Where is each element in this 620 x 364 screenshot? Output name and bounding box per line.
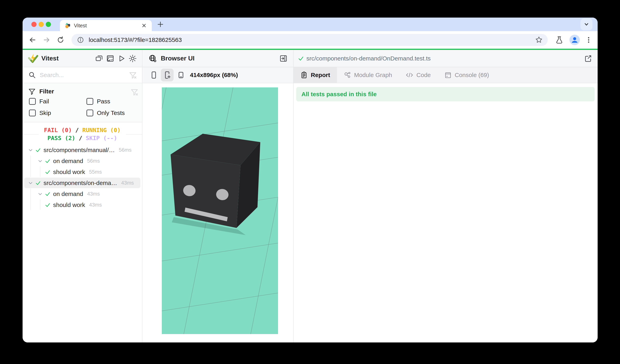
test-summary: FAIL (0) / RUNNING (0) PASS (2) / SKIP (…	[23, 126, 142, 142]
fail-count: FAIL (0)	[44, 127, 72, 133]
info-icon[interactable]	[77, 36, 84, 44]
globe-icon	[148, 54, 157, 63]
vitest-ui: Vitest	[23, 50, 598, 342]
tab-console[interactable]: Console (69)	[438, 67, 496, 83]
filter-header: Filter	[28, 87, 54, 95]
running-count: RUNNING (0)	[82, 127, 121, 133]
tab-module-graph[interactable]: Module Graph	[337, 67, 399, 83]
device-tablet-icon[interactable]	[177, 71, 185, 79]
browser-tab-strip: Vitest	[23, 17, 598, 31]
file-path: src/components/on-demand/OnDemand.test.t…	[306, 55, 431, 62]
filter-option-fail[interactable]: Fail	[29, 98, 49, 105]
tree-item-file-selected[interactable]: src/components/on-dema… 43ms	[23, 177, 142, 188]
vitest-progress-bar	[23, 49, 598, 50]
traffic-light-close[interactable]	[31, 22, 37, 27]
back-button[interactable]	[28, 36, 37, 44]
browser-tab[interactable]: Vitest	[60, 20, 152, 31]
banner-text: All tests passed in this file	[301, 91, 377, 98]
tree-item-file[interactable]: src/components/manual/… 56ms	[23, 145, 142, 156]
tree-item-suite[interactable]: on demand 56ms	[23, 156, 142, 166]
chevron-down-icon	[28, 147, 33, 153]
check-icon	[45, 169, 50, 175]
tab-close-icon[interactable]	[141, 22, 147, 29]
run-all-icon[interactable]	[117, 54, 126, 63]
external-link-icon[interactable]	[584, 55, 592, 62]
filter-option-skip[interactable]: Skip	[29, 110, 51, 116]
search-icon	[28, 71, 36, 79]
filter-title: Filter	[39, 88, 54, 95]
experiments-flask-icon[interactable]	[555, 36, 564, 44]
device-mobile-plus-selected[interactable]	[161, 69, 174, 81]
test-viewport-canvas[interactable]	[162, 87, 278, 334]
clear-filters-icon[interactable]	[130, 88, 139, 96]
summary-line-2: PASS (2) / SKIP (--)	[44, 134, 121, 142]
profile-avatar[interactable]	[570, 35, 580, 45]
module-graph-icon	[344, 72, 351, 79]
chevron-down-icon	[38, 191, 43, 197]
check-icon	[45, 202, 50, 208]
url-bar[interactable]: localhost:5173/#/?file=1828625563	[72, 34, 548, 46]
device-mobile-icon[interactable]	[150, 71, 158, 79]
search-input[interactable]	[40, 72, 116, 78]
new-tab-button[interactable]	[155, 19, 166, 29]
report-clipboard-icon	[300, 72, 308, 79]
bookmark-star-icon[interactable]	[535, 36, 543, 44]
sidebar: Vitest	[23, 50, 142, 342]
chevron-down-icon	[38, 159, 43, 164]
browser-window: Vitest	[23, 17, 598, 342]
check-icon	[298, 55, 304, 62]
filter-option-only-tests[interactable]: Only Tests	[87, 110, 125, 116]
summary-line-1: FAIL (0) / RUNNING (0)	[44, 126, 121, 134]
pass-count: PASS (2)	[47, 135, 75, 142]
browser-menu-icon[interactable]	[584, 36, 593, 44]
traffic-light-minimize[interactable]	[39, 22, 44, 27]
dashboard-icon[interactable]	[106, 54, 114, 63]
checkbox-only-tests[interactable]	[87, 110, 93, 116]
check-icon	[45, 158, 50, 164]
browser-toolbar: localhost:5173/#/?file=1828625563	[23, 31, 598, 49]
file-header: src/components/on-demand/OnDemand.test.t…	[294, 50, 598, 67]
checkbox-pass[interactable]	[87, 98, 93, 105]
tab-title: Vitest	[74, 23, 141, 29]
chevron-down-icon	[583, 21, 589, 27]
traffic-light-zoom[interactable]	[46, 22, 51, 27]
clear-search-filter-icon[interactable]	[129, 71, 137, 79]
report-panel: src/components/on-demand/OnDemand.test.t…	[294, 50, 598, 342]
checkbox-fail[interactable]	[29, 98, 36, 105]
theme-sun-icon[interactable]	[128, 54, 137, 63]
sidebar-header: Vitest	[23, 50, 142, 67]
viewport-size-label: 414x896px (68%)	[190, 72, 238, 78]
browser-ui-panel: Browser UI	[142, 50, 294, 342]
filter-section: Filter Fail Pass Skip	[23, 83, 142, 122]
tree-item-test[interactable]: should work 55ms	[23, 166, 142, 177]
forward-button[interactable]	[42, 36, 51, 44]
dock-panel-right-icon[interactable]	[279, 54, 288, 63]
reload-button[interactable]	[56, 36, 65, 44]
vitest-logo	[27, 53, 39, 64]
tree-item-suite[interactable]: on demand 43ms	[23, 188, 142, 199]
console-icon	[444, 72, 452, 79]
vitest-favicon	[65, 23, 71, 29]
browser-ui-header: Browser UI	[142, 50, 293, 67]
check-icon	[35, 180, 41, 186]
funnel-icon	[28, 87, 36, 95]
tab-search-chevron-button[interactable]	[580, 18, 592, 30]
app-title: Vitest	[41, 55, 59, 62]
tab-code[interactable]: Code	[399, 67, 438, 83]
checkbox-skip[interactable]	[29, 110, 36, 116]
tests-passed-banner: All tests passed in this file	[296, 87, 595, 101]
chevron-down-icon	[28, 180, 33, 186]
url-text[interactable]: localhost:5173/#/?file=1828625563	[89, 37, 182, 43]
check-icon	[35, 147, 41, 153]
report-tab-bar: Report Module Graph	[294, 67, 598, 83]
device-toolbar: 414x896px (68%)	[142, 67, 293, 83]
search-row	[23, 67, 142, 83]
tab-report[interactable]: Report	[294, 67, 337, 83]
robot-cube	[170, 134, 260, 228]
filter-option-pass[interactable]: Pass	[87, 98, 110, 105]
browser-ui-title: Browser UI	[161, 55, 195, 62]
skip-count: SKIP (--)	[86, 135, 117, 142]
test-tree: src/components/manual/… 56ms on demand 5…	[23, 145, 142, 210]
tree-item-test[interactable]: should work 43ms	[23, 199, 142, 210]
dock-windows-icon[interactable]	[95, 54, 103, 63]
